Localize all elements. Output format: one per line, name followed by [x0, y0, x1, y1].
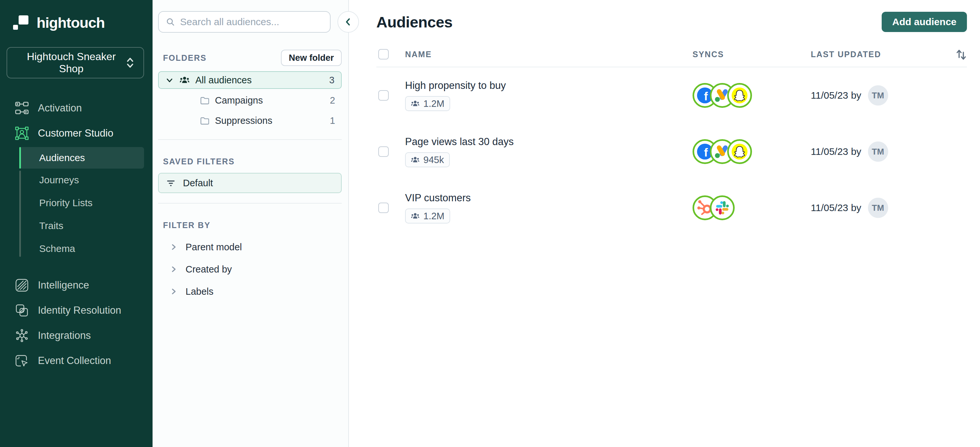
sidebar-lower-nav: Intelligence Identity Resolution	[0, 272, 153, 373]
snapchat-sync-icon[interactable]	[727, 83, 752, 108]
sort-arrows-icon	[955, 48, 967, 61]
filter-parent-model[interactable]: Parent model	[158, 236, 342, 258]
table-row: VIP customers 1.2M	[376, 180, 967, 236]
workspace-updown-chevron-icon	[126, 56, 134, 69]
filter-by-list: Parent model Created by Labels	[153, 236, 348, 302]
filter-label: Parent model	[186, 242, 242, 253]
main-header: Audiences Add audience	[376, 0, 967, 32]
audience-name-link[interactable]: Page views last 30 days	[405, 136, 692, 148]
audience-table-body: High propensity to buy 1.2M	[376, 67, 967, 236]
sidebar: hightouch Hightouch Sneaker Shop	[0, 0, 153, 447]
integrations-icon	[14, 328, 29, 343]
sidebar-item-activation[interactable]: Activation	[0, 95, 153, 121]
avatar[interactable]: TM	[868, 142, 888, 162]
row-checkbox[interactable]	[378, 146, 389, 157]
avatar[interactable]: TM	[868, 198, 888, 218]
sidebar-item-priority-lists[interactable]: Priority Lists	[19, 191, 144, 214]
syncs-cell: f	[692, 83, 811, 108]
filter-created-by[interactable]: Created by	[158, 258, 342, 280]
new-folder-button[interactable]: New folder	[281, 50, 342, 66]
filter-by-header: FILTER BY	[163, 221, 342, 230]
avatar[interactable]: TM	[868, 85, 888, 105]
filter-labels[interactable]: Labels	[158, 280, 342, 302]
event-collection-icon	[14, 353, 29, 368]
name-cell: High propensity to buy 1.2M	[405, 80, 692, 111]
select-all-checkbox[interactable]	[378, 49, 389, 59]
table-header: NAME SYNCS LAST UPDATED	[376, 45, 967, 64]
folders-header: FOLDERS New folder	[163, 50, 342, 66]
subitem-label: Audiences	[39, 152, 85, 163]
panel-divider	[158, 203, 342, 204]
name-cell: Page views last 30 days 945k	[405, 136, 692, 167]
row-checkbox[interactable]	[378, 90, 389, 101]
saved-filter-default[interactable]: Default	[158, 173, 342, 193]
sidebar-item-intelligence[interactable]: Intelligence	[0, 272, 153, 297]
intelligence-icon	[14, 278, 29, 293]
sidebar-item-label: Event Collection	[38, 355, 111, 367]
activation-icon	[14, 101, 29, 116]
row-checkbox[interactable]	[378, 203, 389, 213]
sidebar-item-audiences[interactable]: Audiences	[19, 147, 144, 169]
saved-filters-header: SAVED FILTERS	[163, 157, 342, 166]
subitem-label: Priority Lists	[39, 197, 92, 208]
last-updated-cell: 11/05/23 by TM	[811, 142, 967, 162]
search-box	[158, 11, 331, 33]
last-updated-cell: 11/05/23 by TM	[811, 198, 967, 218]
folder-name: Suppressions	[215, 115, 272, 126]
chevron-down-icon	[165, 76, 174, 84]
folder-suppressions[interactable]: Suppressions 1	[158, 112, 342, 129]
sidebar-item-identity-resolution[interactable]: Identity Resolution	[0, 297, 153, 323]
people-icon	[411, 212, 420, 220]
sidebar-item-customer-studio[interactable]: Customer Studio	[0, 121, 153, 146]
app-root: hightouch Hightouch Sneaker Shop	[0, 0, 980, 447]
svg-text:f: f	[704, 90, 708, 103]
sidebar-item-label: Activation	[38, 102, 82, 114]
sidebar-item-journeys[interactable]: Journeys	[19, 169, 144, 191]
collapse-panel-button[interactable]	[337, 11, 359, 33]
saved-filters-section-label: SAVED FILTERS	[163, 157, 235, 166]
chevron-right-icon	[170, 288, 178, 295]
audience-size-badge: 1.2M	[405, 208, 450, 224]
audience-filter-panel: FOLDERS New folder All audiences 3	[153, 0, 349, 447]
audiences-people-icon	[180, 75, 189, 84]
sidebar-item-label: Integrations	[38, 330, 91, 342]
sidebar-item-label: Customer Studio	[38, 127, 113, 139]
name-cell: VIP customers 1.2M	[405, 192, 692, 224]
panel-divider	[158, 139, 342, 140]
slack-sync-icon[interactable]	[710, 196, 735, 220]
folder-all-audiences[interactable]: All audiences 3	[158, 71, 342, 89]
search-icon	[166, 17, 175, 27]
sidebar-item-integrations[interactable]: Integrations	[0, 323, 153, 348]
filter-icon	[166, 178, 176, 188]
sidebar-item-traits[interactable]: Traits	[19, 214, 144, 237]
sort-button[interactable]	[947, 48, 967, 61]
audience-size-badge: 1.2M	[405, 96, 450, 111]
audience-size: 1.2M	[423, 99, 444, 109]
sidebar-item-schema[interactable]: Schema	[19, 237, 144, 260]
filter-by-section-label: FILTER BY	[163, 221, 210, 230]
column-syncs: SYNCS	[692, 50, 811, 59]
audience-name-link[interactable]: High propensity to buy	[405, 80, 692, 91]
folder-name: All audiences	[195, 75, 252, 86]
hightouch-logo[interactable]: hightouch	[0, 0, 153, 31]
workspace-name: Hightouch Sneaker Shop	[16, 51, 126, 75]
audience-name-link[interactable]: VIP customers	[405, 192, 692, 204]
workspace-selector[interactable]: Hightouch Sneaker Shop	[6, 47, 144, 78]
syncs-cell	[692, 196, 811, 220]
snapchat-sync-icon[interactable]	[727, 139, 752, 164]
column-last-updated: LAST UPDATED	[811, 50, 947, 59]
folder-campaigns[interactable]: Campaigns 2	[158, 91, 342, 109]
folder-count: 2	[330, 95, 335, 106]
last-updated-text: 11/05/23 by	[811, 202, 861, 213]
folder-name: Campaigns	[215, 95, 263, 106]
search-input[interactable]	[180, 16, 323, 27]
add-audience-button[interactable]: Add audience	[882, 12, 967, 32]
chevron-right-icon	[170, 265, 178, 273]
folder-count: 3	[329, 75, 334, 86]
identity-resolution-icon	[14, 303, 29, 318]
subitem-label: Journeys	[39, 175, 79, 186]
syncs-cell: f	[692, 139, 811, 164]
audience-size-badge: 945k	[405, 152, 450, 167]
hightouch-logo-icon	[13, 15, 29, 30]
sidebar-item-event-collection[interactable]: Event Collection	[0, 348, 153, 373]
